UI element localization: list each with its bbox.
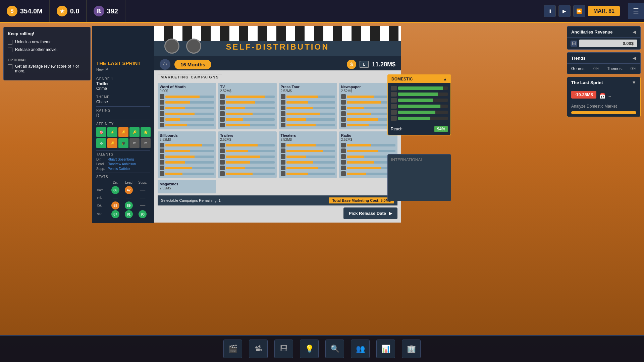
movie-card-header: The Last Sprint ▼: [567, 77, 640, 88]
nav-idea-button[interactable]: 💡: [300, 340, 319, 358]
scr-dir-cell: 87: [109, 210, 122, 218]
campaign-th-rows: [281, 143, 335, 176]
nav-film-button[interactable]: 🎬: [223, 340, 242, 358]
campaign-wom-row-5: [160, 117, 214, 122]
dom-dir-cell: 86: [109, 186, 122, 194]
wom-bar-5: [165, 118, 214, 121]
crit-lead-cell: 89: [122, 201, 135, 209]
theme-label: THEME: [96, 95, 150, 99]
talent-supp-row: Supp. Pennis Dattrick: [96, 167, 150, 171]
domestic-label: DOMESTIC: [391, 77, 413, 81]
movie-calendar-icon[interactable]: 📅: [599, 93, 606, 99]
campaign-word-of-mouth[interactable]: Word of Mouth 0.00$: [158, 83, 216, 129]
crit-lead-circle: 89: [125, 201, 133, 209]
dom-bar-fill-5: [398, 111, 435, 114]
details-divider-4: [96, 120, 150, 120]
talent-lead-row: Lead Rondrew Anbinson: [96, 162, 150, 166]
wom-row-icon-5: [160, 117, 164, 122]
domestic-panel: DOMESTIC ▲ Reach: 94%: [387, 74, 451, 135]
campaign-billboards[interactable]: Billboards 2.52M$: [158, 131, 216, 178]
clapboard-stripes-area: SELF-DISTRIBUTION: [154, 26, 401, 56]
quest-item-label-2: Release another movie.: [15, 47, 58, 52]
movie-card-title: The Last Sprint: [571, 80, 603, 85]
fast-forward-button[interactable]: ⏩: [573, 5, 585, 17]
campaign-theaters[interactable]: Theaters 2.52M$: [279, 131, 337, 178]
campaign-th-title: Theaters: [281, 133, 335, 137]
menu-button[interactable]: ☰: [628, 3, 644, 19]
pick-release-button[interactable]: Pick Release Date ▶: [343, 207, 397, 219]
dom-lead-cell: 42: [122, 186, 135, 194]
nav-people-button[interactable]: 👥: [351, 340, 370, 358]
rating-label: RATING: [96, 109, 150, 112]
quest-check-1[interactable]: [8, 40, 12, 45]
movie-card-box: The Last Sprint ▼ -19.38M$ 📅 -- Analyze …: [567, 77, 641, 117]
dom-bar-icon-3: [391, 98, 397, 103]
movie-loss-value: -19.38M$: [571, 91, 596, 99]
campaign-tv[interactable]: TV 2.52M$: [218, 83, 276, 129]
crit-stat-label: Crit.: [97, 201, 108, 209]
talent-dir-row: Dir. Rtuart Sosenberg: [96, 158, 150, 161]
stars-value: 0.0: [70, 7, 79, 15]
trends-collapse-icon[interactable]: ◀: [633, 55, 636, 61]
campaign-trailers[interactable]: Trailers 2.52M$: [218, 131, 276, 178]
rp-value: 392: [107, 7, 118, 15]
movie-details-sidebar: THE LAST SPRINT New IP GENRE 1 Thriller …: [92, 26, 154, 223]
pause-button[interactable]: ⏸: [544, 5, 556, 17]
domestic-header: DOMESTIC ▲: [388, 75, 450, 83]
movie-card-body: -19.38M$ 📅 -- Analyze Domestic Market: [567, 88, 640, 117]
dom-bar-2: [391, 92, 448, 97]
pick-release-area: Pick Release Date ▶: [158, 207, 397, 219]
quest-check-optional[interactable]: [8, 64, 12, 69]
dir-name: Rtuart Sosenberg: [108, 158, 134, 161]
rp-stat: ℝ 392: [87, 0, 125, 22]
pick-release-arrow-icon: ▶: [389, 211, 392, 216]
domestic-expand-icon[interactable]: ▲: [443, 77, 447, 81]
ancillaries-collapse-icon[interactable]: ◀: [633, 29, 636, 35]
affinity-badge-1: 🎯: [96, 127, 106, 137]
campaign-tr-rows: [220, 143, 274, 176]
dom-stat-label: Dom.: [97, 186, 108, 194]
money-icon: $: [7, 6, 17, 16]
campaign-bb-rows: [160, 143, 214, 176]
lead-role: Lead: [96, 162, 106, 166]
wom-bar-4: [165, 113, 214, 115]
nav-chart-button[interactable]: 📊: [376, 340, 395, 358]
campaign-magazines[interactable]: Magazines 2.52M$: [158, 180, 216, 193]
stats-col-0: [97, 181, 108, 185]
campaign-wom-row-1: [160, 94, 214, 99]
playback-controls: ⏸ ▶ ⏩ MAR. 81: [538, 5, 625, 17]
campaign-wom-cost: 0.00$: [160, 89, 214, 93]
quest-check-2[interactable]: [8, 48, 12, 52]
campaign-mag-cost: 2.52M$: [160, 186, 214, 190]
stats-col-dir: Dir.: [109, 181, 122, 185]
affinity-badge-7: 🔑: [107, 138, 117, 148]
quest-optional-text: Get an average review score of 7 or more…: [15, 64, 86, 73]
nav-reel-button[interactable]: 🎞: [274, 340, 293, 358]
campaign-press-tour[interactable]: Press Tour 2.52M$: [279, 83, 337, 129]
stats-col-lead: Lead: [122, 181, 135, 185]
dom-bar-track-4: [398, 105, 448, 108]
money-value: 354.0M: [20, 7, 43, 15]
movie-card-collapse-icon[interactable]: ▼: [632, 80, 636, 85]
international-panel: INTERNATIONAL: [387, 154, 451, 201]
clapboard-area: SELF-DISTRIBUTION: [154, 26, 401, 56]
quest-panel: Keep rolling! Unlock a new theme. Releas…: [3, 27, 91, 80]
campaign-wom-title: Word of Mouth: [160, 85, 214, 89]
movie-loss-row: -19.38M$ 📅 --: [571, 91, 636, 101]
movie-sub-sidebar: New IP: [96, 67, 150, 71]
crit-supp-dash: —: [140, 202, 145, 208]
reach-value: 94%: [434, 126, 448, 132]
analyze-domestic-link[interactable]: Analyze Domestic Market: [571, 104, 636, 109]
dom-bar-icon-6: [391, 116, 397, 121]
budget-value: 11.28M$: [372, 61, 395, 68]
duration-button[interactable]: 16 Months: [174, 60, 211, 69]
nav-search-button[interactable]: 🔍: [325, 340, 344, 358]
top-bar: $ 354.0M ★ 0.0 ℝ 392 ⏸ ▶ ⏩ MAR. 81 ☰: [0, 0, 644, 23]
nav-building-button[interactable]: 🏢: [402, 340, 421, 358]
affinity-badge-r1: R: [129, 138, 140, 148]
dom-bar-1: [391, 86, 448, 90]
dom-supp-dash: —: [140, 187, 145, 193]
play-button[interactable]: ▶: [558, 5, 571, 17]
wom-row-icon-3: [160, 106, 164, 110]
nav-disc-button[interactable]: 📽: [249, 340, 268, 358]
